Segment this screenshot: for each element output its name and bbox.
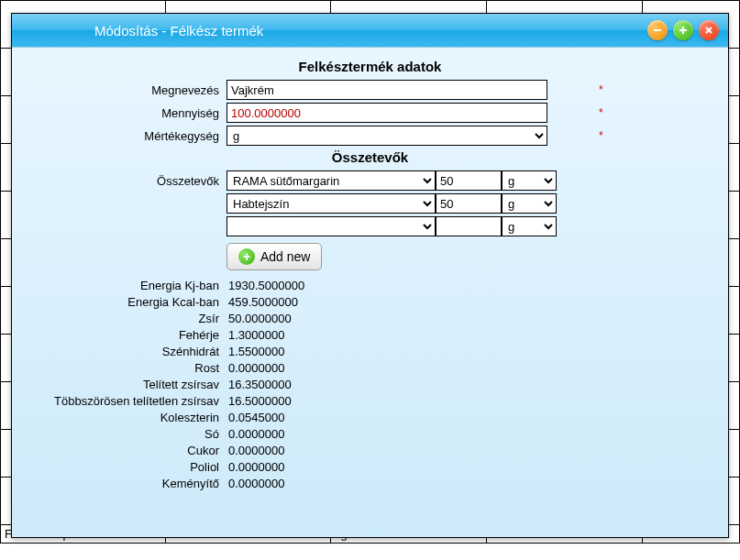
label-quantity: Mennyiség (34, 106, 226, 120)
ingredient-unit-1[interactable]: g (502, 193, 557, 214)
nutri-label-11: Poliol (34, 460, 226, 474)
modal-body[interactable]: Felkésztermék adatok Megnevezés * Mennyi… (12, 47, 728, 537)
minus-icon (652, 25, 663, 36)
plus-circle-icon: + (238, 248, 255, 265)
section-ingredients-heading: Összetevők (34, 149, 706, 165)
nutri-value-3: 1.3000000 (226, 328, 284, 342)
maximize-button[interactable] (673, 20, 693, 40)
nutri-label-3: Fehérje (34, 328, 226, 342)
nutri-value-1: 459.5000000 (226, 295, 298, 309)
nutri-label-0: Energia Kj-ban (34, 279, 226, 292)
add-new-label: Add new (260, 249, 310, 264)
nutri-value-11: 0.0000000 (226, 460, 284, 474)
edit-product-modal: Módosítás - Félkész termék Felkésztermék… (11, 13, 729, 538)
ingredient-qty-1[interactable] (436, 193, 502, 214)
nutri-value-6: 16.3500000 (226, 378, 292, 391)
modal-title: Módosítás - Félkész termék (94, 23, 263, 38)
nutri-label-7: Többszörösen telítetlen zsírsav (34, 394, 226, 408)
required-marker: * (599, 129, 603, 142)
ingredient-qty-2[interactable] (436, 216, 502, 236)
ingredient-unit-0[interactable]: g (502, 170, 557, 191)
nutri-value-12: 0.0000000 (226, 477, 284, 490)
nutri-value-2: 50.0000000 (226, 312, 292, 325)
nutri-label-12: Keményítő (34, 477, 226, 490)
quantity-input[interactable] (226, 103, 547, 123)
modal-titlebar: Módosítás - Félkész termék (12, 14, 728, 47)
nutri-label-9: Só (34, 427, 226, 441)
nutri-label-4: Szénhidrát (34, 345, 226, 358)
nutri-label-8: Koleszterin (34, 411, 226, 424)
label-unit: Mértékegység (34, 129, 226, 143)
nutri-label-10: Cukor (34, 444, 226, 457)
ingredient-select-2[interactable] (226, 216, 436, 236)
plus-icon (678, 25, 689, 36)
section-product-heading: Felkésztermék adatok (34, 59, 706, 74)
required-marker: * (599, 83, 603, 96)
nutri-value-4: 1.5500000 (226, 345, 284, 358)
ingredient-select-0[interactable]: RAMA sütőmargarin (226, 170, 436, 191)
nutri-label-1: Energia Kcal-ban (34, 295, 226, 309)
close-icon (703, 25, 714, 36)
add-ingredient-button[interactable]: + Add new (226, 243, 322, 270)
nutri-value-8: 0.0545000 (226, 411, 284, 424)
close-button[interactable] (699, 20, 719, 40)
label-name: Megnevezés (34, 83, 226, 97)
svg-rect-2 (679, 29, 687, 31)
required-marker: * (599, 106, 603, 119)
ingredient-unit-2[interactable]: g (502, 216, 557, 236)
nutri-label-6: Telített zsírsav (34, 378, 226, 391)
nutri-value-5: 0.0000000 (226, 361, 284, 375)
ingredient-select-1[interactable]: Habtejszín (226, 193, 436, 214)
nutri-value-7: 16.5000000 (226, 394, 292, 408)
label-ingredients: Összetevők (34, 174, 226, 188)
ingredient-qty-0[interactable] (436, 170, 502, 191)
nutri-value-0: 1930.5000000 (226, 279, 304, 292)
nutri-label-2: Zsír (34, 312, 226, 325)
svg-rect-0 (654, 29, 661, 31)
nutri-value-9: 0.0000000 (226, 427, 284, 441)
name-input[interactable] (226, 80, 547, 100)
minimize-button[interactable] (647, 20, 668, 40)
nutri-label-5: Rost (34, 361, 226, 375)
nutri-value-10: 0.0000000 (226, 444, 284, 457)
unit-select[interactable]: g (226, 126, 547, 146)
